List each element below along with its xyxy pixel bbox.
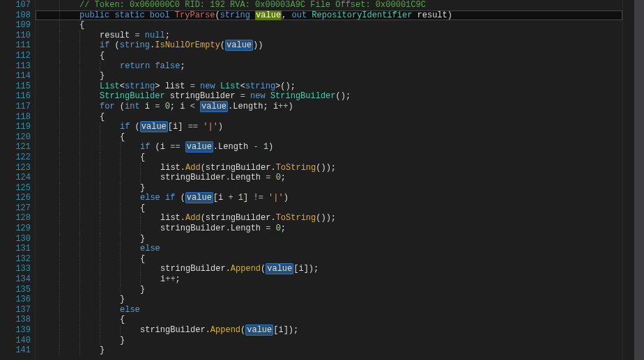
code-line[interactable]: list.Add(stringBuilder.ToString()); (36, 163, 622, 173)
line-number: 127 (3, 203, 31, 214)
line-number: 131 (3, 244, 31, 254)
vertical-scrollbar[interactable] (634, 0, 644, 360)
occurrence[interactable]: value (185, 141, 213, 152)
line-number: 141 (3, 345, 31, 356)
line-number: 130 (3, 234, 31, 244)
code-area[interactable]: // Token: 0x060000C0 RID: 192 RVA: 0x000… (36, 0, 622, 360)
line-number: 110 (3, 31, 31, 41)
line-number: 128 (3, 213, 31, 224)
code-line[interactable]: if (string.IsNullOrEmpty(value)) (36, 40, 622, 51)
minimap[interactable] (622, 0, 634, 360)
code-line[interactable]: } (36, 295, 622, 305)
occurrence[interactable]: value (140, 121, 168, 132)
code-lines: // Token: 0x060000C0 RID: 192 RVA: 0x000… (36, 0, 622, 356)
line-number: 107 (3, 0, 31, 10)
line-number: 139 (3, 325, 31, 336)
code-line[interactable]: { (36, 132, 622, 143)
code-line[interactable]: stringBuilder.Length = 0; (36, 224, 622, 234)
line-number: 117 (3, 102, 31, 112)
code-line[interactable]: result = null; (36, 31, 622, 41)
line-number: 133 (3, 264, 31, 274)
code-line[interactable]: { (36, 203, 622, 214)
code-line[interactable]: // Token: 0x060000C0 RID: 192 RVA: 0x000… (36, 0, 622, 10)
line-number: 116 (3, 91, 31, 102)
line-number: 115 (3, 81, 31, 92)
line-number: 124 (3, 173, 31, 183)
line-number-gutter: 1071081091101111121131141151161171181191… (0, 0, 36, 360)
code-line[interactable]: } (36, 285, 622, 295)
code-line[interactable]: stringBuilder.Append(value[i]); (36, 264, 622, 274)
line-number: 126 (3, 193, 31, 203)
line-number: 138 (3, 315, 31, 325)
occurrence[interactable]: value (185, 192, 213, 203)
code-line[interactable]: { (36, 112, 622, 123)
code-line[interactable]: StringBuilder stringBuilder = new String… (36, 91, 622, 102)
line-number: 119 (3, 122, 31, 132)
line-number: 123 (3, 163, 31, 173)
line-number: 113 (3, 61, 31, 72)
code-line[interactable]: List<string> list = new List<string>(); (36, 81, 622, 92)
code-line[interactable]: i++; (36, 274, 622, 285)
line-number: 120 (3, 132, 31, 143)
code-line[interactable]: if (i == value.Length - 1) (36, 142, 622, 152)
line-number: 125 (3, 183, 31, 194)
code-line[interactable]: { (36, 254, 622, 265)
code-line[interactable]: stringBuilder.Length = 0; (36, 173, 622, 183)
code-line-current[interactable]: public static bool TryParse(string value… (36, 10, 622, 21)
code-editor[interactable]: 1071081091101111121131141151161171181191… (0, 0, 644, 360)
occurrence[interactable]: value (225, 40, 253, 51)
code-line[interactable]: { (36, 152, 622, 163)
line-number: 121 (3, 142, 31, 152)
code-line[interactable]: { (36, 20, 622, 31)
line-number: 137 (3, 305, 31, 315)
code-line[interactable]: } (36, 71, 622, 81)
line-number: 132 (3, 254, 31, 265)
method-name: TryParse (175, 10, 215, 20)
code-line[interactable]: else (36, 305, 622, 315)
line-number: 112 (3, 51, 31, 61)
code-line[interactable]: else if (value[i + 1] != '|') (36, 193, 622, 203)
code-line[interactable]: } (36, 336, 622, 346)
code-line[interactable]: for (int i = 0; i < value.Length; i++) (36, 102, 622, 112)
occurrence[interactable]: value (200, 101, 228, 112)
line-number: 122 (3, 152, 31, 163)
occurrence[interactable]: value (245, 324, 273, 336)
line-number: 114 (3, 71, 31, 81)
occurrence[interactable]: value (266, 263, 293, 274)
code-line[interactable]: { (36, 315, 622, 325)
code-line[interactable]: } (36, 183, 622, 194)
line-number: 140 (3, 336, 31, 346)
code-line[interactable]: return false; (36, 61, 622, 72)
line-number: 134 (3, 274, 31, 285)
line-number: 136 (3, 295, 31, 305)
line-number: 108 (3, 10, 31, 21)
selected-word[interactable]: value (255, 10, 282, 20)
code-line[interactable]: { (36, 51, 622, 61)
code-line[interactable]: if (value[i] == '|') (36, 122, 622, 132)
line-number: 135 (3, 285, 31, 295)
code-line[interactable]: list.Add(stringBuilder.ToString()); (36, 213, 622, 224)
line-number: 129 (3, 224, 31, 234)
code-line[interactable]: stringBuilder.Append(value[i]); (36, 325, 622, 336)
line-number: 111 (3, 40, 31, 51)
code-line[interactable]: else (36, 244, 622, 254)
code-line[interactable]: } (36, 234, 622, 244)
code-line[interactable]: } (36, 345, 622, 356)
line-number: 109 (3, 20, 31, 31)
line-number: 118 (3, 112, 31, 123)
comment-token: // Token: 0x060000C0 RID: 192 RVA: 0x000… (79, 0, 426, 10)
